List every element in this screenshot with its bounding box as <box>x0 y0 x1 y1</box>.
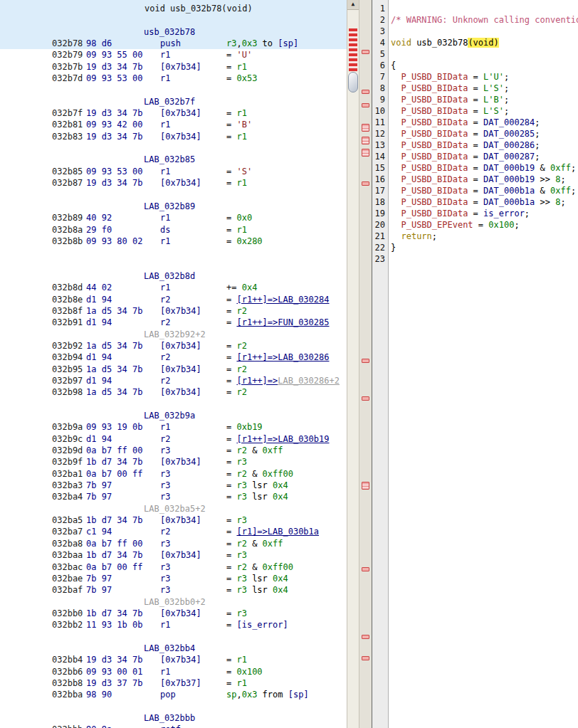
bookmark-marker[interactable] <box>362 567 369 571</box>
instruction-row[interactable]: 032b9a09 93 19 0br1= 0xb19 <box>0 421 347 433</box>
code-line[interactable] <box>391 26 578 37</box>
instruction-row[interactable]: 032b8ed1 94r2= [r1++]=>LAB_030284 <box>0 294 347 305</box>
code-line[interactable]: P_USBD_BIData = DAT_000287; <box>391 151 578 162</box>
label-row[interactable]: LAB_032bbb <box>0 712 347 724</box>
instruction-row[interactable]: 032b9cd1 94r2= [r1++]=>LAB_030b19 <box>0 433 347 445</box>
code-line[interactable]: P_USBD_BIData = DAT_000285; <box>391 128 578 139</box>
global-variable[interactable]: P_USBD_BIData <box>401 140 468 150</box>
instruction-row[interactable]: 032bac0a b7 00 ffr3= r2 & 0xff00 <box>0 561 347 573</box>
bookmark-marker[interactable] <box>362 635 369 639</box>
instruction-row[interactable]: 032ba47b 97r3= r3 lsr 0x4 <box>0 491 347 502</box>
instruction-row[interactable]: 032ba10a b7 00 ffr3= r2 & 0xff00 <box>0 468 347 480</box>
symbol-ref[interactable]: DAT_000285 <box>483 129 535 139</box>
code-line[interactable]: P_USBD_BIData = L'B'; <box>391 94 578 105</box>
listing-scrollbar[interactable]: ▲ <box>347 0 359 728</box>
instruction-row[interactable]: 032b951a d5 34 7b[0x7b34]= r2 <box>0 364 347 375</box>
symbol-ref[interactable]: DAT_000b1a <box>483 186 535 196</box>
xref-link[interactable]: [r1++]=> <box>236 376 278 386</box>
bookmark-marker[interactable] <box>362 359 369 363</box>
global-variable[interactable]: P_USBD_BIData <box>401 129 468 139</box>
code-line[interactable]: P_USBD_BIData = L'S'; <box>391 83 578 94</box>
code-line[interactable]: } <box>391 242 578 253</box>
xref-link-offcut[interactable]: LAB_030286+2 <box>278 376 340 386</box>
bookmark-marker[interactable] <box>362 149 369 157</box>
instruction-row[interactable]: 032bb01b d7 34 7b[0x7b34]= r3 <box>0 608 347 619</box>
bookmark-marker[interactable] <box>362 124 369 132</box>
instruction-row[interactable]: 032b8a29 f0ds= r1 <box>0 224 347 236</box>
label-row[interactable]: LAB_032bb0+2 <box>0 596 347 608</box>
label-row[interactable]: LAB_032b7f <box>0 96 347 107</box>
scroll-up-button[interactable]: ▲ <box>347 0 359 10</box>
label-row[interactable]: LAB_032b8d <box>0 270 347 282</box>
code-line[interactable]: P_USBD_BIData = DAT_000286; <box>391 139 578 151</box>
instruction-row[interactable]: 032ba7c1 94r2= [r1]=>LAB_030b1a <box>0 526 347 537</box>
xref-link[interactable]: [r1]=>LAB_030b1a <box>236 527 319 537</box>
instruction-row[interactable]: 032b8940 92r1= 0x0 <box>0 212 347 223</box>
code-line[interactable]: P_USBD_EPEvent = 0x100; <box>391 219 578 231</box>
instruction-row[interactable]: 032b9f1b d7 34 7b[0x7b34]= r3 <box>0 456 347 468</box>
instruction-row[interactable]: 032bae7b 97r3= r3 lsr 0x4 <box>0 573 347 584</box>
bookmark-marker[interactable] <box>362 50 369 54</box>
label-row[interactable]: LAB_032bb4 <box>0 643 347 654</box>
global-variable[interactable]: P_USBD_BIData <box>401 95 468 105</box>
instruction-row[interactable]: 032ba37b 97r3= r3 lsr 0x4 <box>0 480 347 491</box>
symbol-ref[interactable]: DAT_000b1a <box>483 197 535 207</box>
global-variable[interactable]: P_USBD_BIData <box>401 152 468 162</box>
code-line[interactable]: return; <box>391 231 578 242</box>
function-entry-label[interactable]: usb_032b78 <box>0 26 347 38</box>
label-row[interactable]: LAB_032b85 <box>0 154 347 165</box>
symbol-ref[interactable]: DAT_000b19 <box>483 163 535 173</box>
instruction-row[interactable]: 032b97d1 94r2= [r1++]=>LAB_030286+2 <box>0 375 347 386</box>
code-line[interactable] <box>391 253 578 265</box>
instruction-row[interactable]: 032bb419 d3 34 7b[0x7b34]= r1 <box>0 654 347 665</box>
instruction-row[interactable]: 032bb609 93 00 01r1= 0x100 <box>0 666 347 677</box>
decompiler-pane[interactable]: 1234567891011121314151617181920212223 /*… <box>372 0 578 728</box>
instruction-row[interactable]: 032bba98 90popsp,0x3 from [sp] <box>0 689 347 700</box>
scrollbar-thumb[interactable] <box>348 72 358 93</box>
instruction-row[interactable]: 032b921a d5 34 7b[0x7b34]= r2 <box>0 340 347 352</box>
xref-link[interactable]: [r1++]=>LAB_030284 <box>236 295 329 305</box>
global-variable[interactable]: P_USBD_BIData <box>401 174 468 184</box>
code-line[interactable]: P_USBD_BIData = DAT_000b19 >> 8; <box>391 174 578 185</box>
code-line[interactable]: P_USBD_BIData = L'U'; <box>391 71 578 83</box>
bookmark-marker[interactable] <box>362 656 369 660</box>
xref-link[interactable]: [r1++]=>FUN_030285 <box>236 317 329 327</box>
instruction-row[interactable]: 032b8d44 02r1+= 0x4 <box>0 282 347 293</box>
bookmark-marker[interactable] <box>362 90 369 94</box>
instruction-row[interactable]: 032b94d1 94r2= [r1++]=>LAB_030286 <box>0 352 347 363</box>
instruction-row[interactable]: 032b8109 93 42 00r1= 'B' <box>0 119 347 130</box>
instruction-row[interactable]: 032b8319 d3 34 7b[0x7b34]= r1 <box>0 131 347 142</box>
symbol-ref[interactable]: DAT_000284 <box>483 117 535 127</box>
bookmark-marker[interactable] <box>362 482 369 490</box>
code-line[interactable]: P_USBD_BIData = DAT_000b19 & 0xff; <box>391 162 578 174</box>
global-variable[interactable]: P_USBD_BIData <box>401 186 468 196</box>
label-row[interactable]: LAB_032b9a <box>0 410 347 421</box>
global-variable[interactable]: P_USBD_BIData <box>401 197 468 207</box>
label-row[interactable]: LAB_032b89 <box>0 201 347 212</box>
bookmark-marker[interactable] <box>362 103 369 107</box>
function-signature[interactable]: void usb_032b78(void) <box>0 3 347 14</box>
instruction-row[interactable]: 032b8f1a d5 34 7b[0x7b34]= r2 <box>0 305 347 317</box>
code-line[interactable]: P_USBD_BIData = L'S'; <box>391 105 578 117</box>
symbol-ref[interactable]: DAT_000287 <box>483 152 535 162</box>
instruction-row[interactable]: 032baa1b d7 34 7b[0x7b34]= r3 <box>0 549 347 561</box>
symbol-ref[interactable]: is_error <box>483 209 525 218</box>
global-variable[interactable]: P_USBD_BIData <box>401 72 468 82</box>
bookmark-marker[interactable] <box>362 396 369 401</box>
instruction-row[interactable]: 032b981a d5 34 7b[0x7b34]= r2 <box>0 386 347 398</box>
symbol-ref[interactable]: DAT_000286 <box>483 140 535 150</box>
instruction-row[interactable]: 032bb211 93 1b 0br1= [is_error] <box>0 619 347 631</box>
instruction-row[interactable]: 032baf7b 97r3= r3 lsr 0x4 <box>0 584 347 596</box>
instruction-row[interactable]: 032b7909 93 55 00r1= 'U' <box>0 49 347 60</box>
code-line[interactable] <box>391 48 578 60</box>
xref-link[interactable]: [r1++]=>LAB_030b19 <box>236 434 329 444</box>
instruction-row[interactable]: 032b8719 d3 34 7b[0x7b34]= r1 <box>0 177 347 189</box>
highlighted-token[interactable]: (void) <box>468 38 498 48</box>
instruction-row[interactable]: 032b8509 93 53 00r1= 'S' <box>0 166 347 177</box>
global-variable[interactable]: P_USBD_BIData <box>401 163 468 173</box>
instruction-row[interactable]: 032b7b19 d3 34 7b[0x7b34]= r1 <box>0 61 347 73</box>
code-line[interactable]: P_USBD_BIData = is_error; <box>391 208 578 219</box>
symbol-ref[interactable]: DAT_000b19 <box>483 174 535 184</box>
code-line[interactable]: P_USBD_BIData = DAT_000b1a & 0xff; <box>391 185 578 196</box>
code-line[interactable]: { <box>391 60 578 71</box>
